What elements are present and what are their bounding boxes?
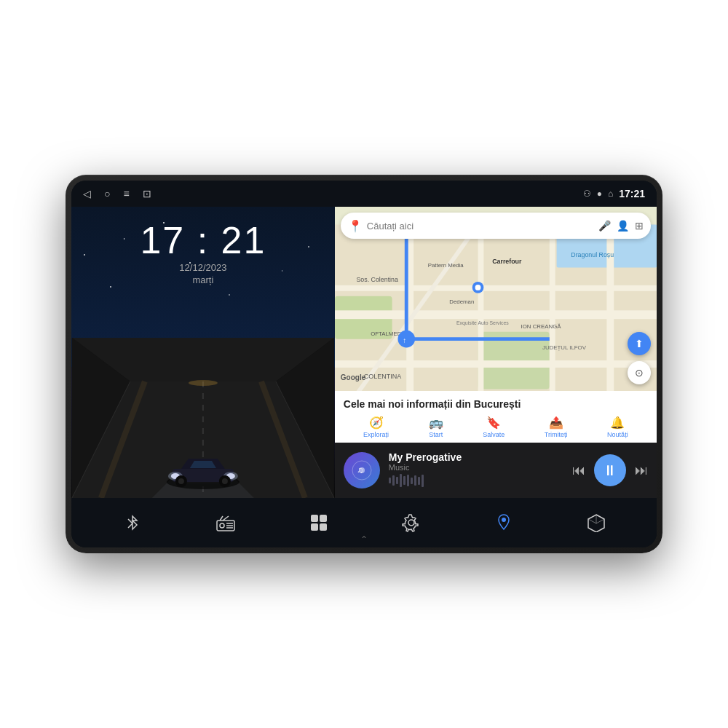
map-tab-salvate[interactable]: 🔖 Salvate <box>483 416 505 438</box>
nav-settings[interactable] <box>402 513 421 532</box>
waveform-bar-8 <box>414 475 416 486</box>
3d-icon <box>587 513 606 532</box>
settings-icon <box>402 513 421 532</box>
svg-line-61 <box>223 516 229 521</box>
status-time: 17:21 <box>619 188 645 199</box>
svg-text:Dedeman: Dedeman <box>449 298 474 305</box>
clock-area: 17 : 21 12/12/2023 marți <box>140 207 266 285</box>
waveform-bar-6 <box>407 475 409 486</box>
start-label: Start <box>429 431 443 438</box>
svg-rect-64 <box>311 523 318 531</box>
nav-bluetooth[interactable] <box>123 513 142 532</box>
voice-search-icon[interactable]: 🎤 <box>598 220 611 232</box>
main-content: 17 : 21 12/12/2023 marți <box>71 207 657 498</box>
map-tab-trimiteți[interactable]: 📤 Trimiteți <box>545 416 568 438</box>
svg-rect-62 <box>311 515 318 522</box>
left-panel: 17 : 21 12/12/2023 marți <box>71 207 335 498</box>
svg-marker-16 <box>190 461 216 468</box>
apps-icon <box>309 513 328 532</box>
music-waveform <box>389 472 432 489</box>
svg-point-66 <box>408 520 414 526</box>
grid-icon[interactable]: ⊞ <box>635 220 644 232</box>
svg-text:ION CREANGĂ: ION CREANGĂ <box>521 323 561 330</box>
news-label: Noutăți <box>607 431 628 438</box>
nav-apps[interactable] <box>309 513 328 532</box>
svg-rect-65 <box>320 523 327 531</box>
map-locate-button[interactable]: ⊙ <box>628 361 651 384</box>
map-tab-start[interactable]: 🚌 Start <box>429 416 443 438</box>
radio-icon <box>215 513 236 532</box>
device-shell: ◁ ○ ≡ ⊡ ⚇ ● ⌂ 17:21 17 : 21 12/12/2023 m… <box>66 175 662 553</box>
waveform-bar-3 <box>396 477 398 484</box>
svg-text:Pattern Media: Pattern Media <box>428 262 464 269</box>
svg-text:Dragonul Roșu: Dragonul Roșu <box>571 251 614 258</box>
nav-screenshot-button[interactable]: ⊡ <box>143 188 151 199</box>
nav-3d[interactable] <box>587 513 606 532</box>
bluetooth-icon: ⚇ <box>583 189 591 199</box>
svg-point-24 <box>222 478 228 484</box>
music-prev-button[interactable]: ⏮ <box>572 463 585 478</box>
nav-up-arrow[interactable]: ⌃ <box>360 534 368 545</box>
explore-label: Explorați <box>363 431 389 438</box>
bluetooth-icon <box>123 513 142 532</box>
music-info: My Prerogative Music <box>389 451 563 489</box>
waveform-bar-5 <box>403 476 405 485</box>
status-bar: ◁ ○ ≡ ⊡ ⚇ ● ⌂ 17:21 <box>71 181 657 207</box>
music-controls: ⏮ ⏸ ⏭ <box>572 454 648 486</box>
waveform-bar-9 <box>418 477 420 485</box>
svg-text:OFTALMED: OFTALMED <box>371 331 402 337</box>
svg-point-22 <box>178 478 184 484</box>
saved-icon: 🔖 <box>486 416 501 430</box>
signal-icon: ● <box>597 189 602 199</box>
wifi-icon: ⌂ <box>608 189 613 199</box>
music-next-button[interactable]: ⏭ <box>635 463 648 478</box>
share-icon: 📤 <box>549 416 563 430</box>
map-info-panel: Cele mai noi informații din București 🧭 … <box>335 391 657 443</box>
device-screen: ◁ ○ ≡ ⊡ ⚇ ● ⌂ 17:21 17 : 21 12/12/2023 m… <box>71 181 657 547</box>
svg-text:Sos. Colentina: Sos. Colentina <box>356 276 398 283</box>
svg-line-71 <box>596 519 604 523</box>
svg-text:♫: ♫ <box>357 465 363 475</box>
nav-maps[interactable] <box>494 513 513 532</box>
account-icon[interactable]: 👤 <box>617 220 629 232</box>
map-tab-explorați[interactable]: 🧭 Explorați <box>363 416 389 438</box>
waveform-bar-2 <box>392 475 395 486</box>
map-search-text[interactable]: Căutați aici <box>367 221 598 232</box>
colentina-label: COLENTINA <box>364 373 402 380</box>
map-nav-tabs: 🧭 Explorați 🚌 Start 🔖 Salvate <box>344 416 648 438</box>
album-art: ♫ <box>344 452 380 488</box>
map-area[interactable]: Sos. Colentina Pattern Media Carrefour D… <box>335 207 657 443</box>
svg-point-8 <box>189 380 218 386</box>
clock-date: 12/12/2023 <box>140 262 266 273</box>
svg-text:JUDEȚUL ILFOV: JUDEȚUL ILFOV <box>542 344 587 351</box>
nav-buttons: ◁ ○ ≡ ⊡ <box>83 188 151 199</box>
svg-text:Exquisite Auto Services: Exquisite Auto Services <box>456 320 509 326</box>
music-play-button[interactable]: ⏸ <box>594 454 626 486</box>
news-icon: 🔔 <box>610 416 625 430</box>
music-player: ♫ My Prerogative Music <box>335 443 657 498</box>
nav-radio[interactable] <box>215 513 236 532</box>
maps-icon <box>494 513 513 532</box>
share-label: Trimiteți <box>545 431 568 438</box>
map-search-bar[interactable]: 📍 Căutați aici 🎤 👤 ⊞ <box>341 213 651 239</box>
map-navigate-button[interactable]: ⬆ <box>628 332 651 355</box>
tunnel-area <box>71 338 335 498</box>
play-pause-icon: ⏸ <box>603 462 617 479</box>
waveform-bar-7 <box>411 478 413 484</box>
nav-menu-button[interactable]: ≡ <box>123 188 129 199</box>
nav-back-button[interactable]: ◁ <box>83 188 91 199</box>
map-info-title: Cele mai noi informații din București <box>344 398 648 410</box>
nav-home-button[interactable]: ○ <box>104 188 110 199</box>
clock-time: 17 : 21 <box>140 221 266 259</box>
tunnel-scene-svg <box>71 338 335 498</box>
music-title: My Prerogative <box>389 451 563 463</box>
svg-text:Carrefour: Carrefour <box>492 258 522 265</box>
map-search-icons: 🎤 👤 ⊞ <box>598 220 644 232</box>
google-logo: Google <box>341 373 365 381</box>
svg-point-56 <box>220 523 224 528</box>
explore-icon: 🧭 <box>369 416 384 430</box>
map-tab-noutăți[interactable]: 🔔 Noutăți <box>607 416 628 438</box>
svg-line-60 <box>220 516 223 521</box>
status-right: ⚇ ● ⌂ 17:21 <box>583 188 645 199</box>
waveform-bar-10 <box>422 475 424 487</box>
